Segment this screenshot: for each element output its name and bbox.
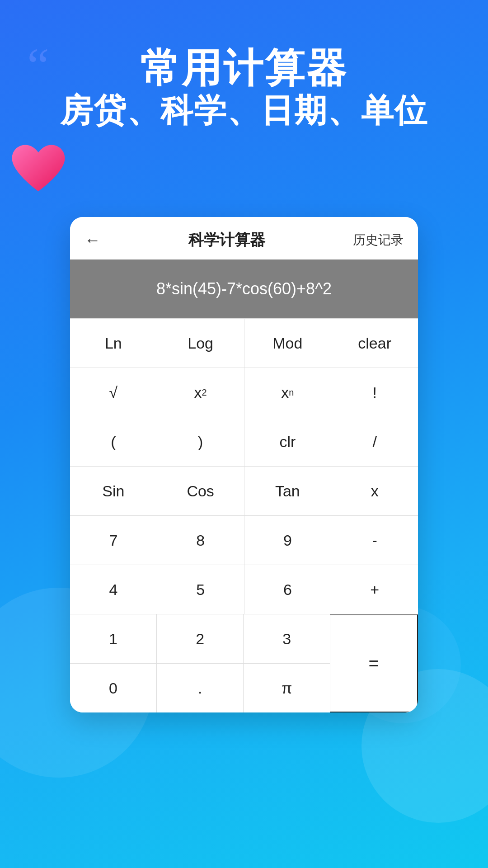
calc-bottom-left: 1 2 3 0 . π <box>70 614 330 712</box>
btn-sqrt[interactable]: √ <box>70 368 157 417</box>
button-row-6: 4 5 6 + <box>70 565 418 614</box>
btn-1[interactable]: 1 <box>70 614 157 663</box>
btn-xn[interactable]: xn <box>244 368 332 417</box>
button-row-8: 0 . π <box>70 663 330 712</box>
back-button[interactable]: ← <box>84 231 101 250</box>
calc-title: 科学计算器 <box>101 230 353 250</box>
btn-sin[interactable]: Sin <box>70 467 157 515</box>
button-row-4: Sin Cos Tan x <box>70 466 418 515</box>
btn-cos[interactable]: Cos <box>157 467 244 515</box>
button-row-5: 7 8 9 - <box>70 515 418 565</box>
btn-x2[interactable]: x2 <box>157 368 244 417</box>
btn-6[interactable]: 6 <box>244 565 332 614</box>
heart-decoration <box>9 140 68 199</box>
btn-2[interactable]: 2 <box>157 614 244 663</box>
button-row-3: ( ) clr / <box>70 417 418 466</box>
btn-5[interactable]: 5 <box>157 565 244 614</box>
title-line1: 常用计算器 <box>18 45 470 91</box>
btn-subtract[interactable]: - <box>331 516 418 565</box>
btn-factorial[interactable]: ! <box>331 368 418 417</box>
btn-mod[interactable]: Mod <box>244 319 332 368</box>
btn-4[interactable]: 4 <box>70 565 157 614</box>
btn-9[interactable]: 9 <box>244 516 332 565</box>
btn-equals[interactable]: = <box>330 614 418 712</box>
btn-0[interactable]: 0 <box>70 664 157 712</box>
btn-tan[interactable]: Tan <box>244 467 332 515</box>
btn-clear[interactable]: clear <box>331 319 418 368</box>
history-button[interactable]: 历史记录 <box>353 231 404 249</box>
calc-display: 8*sin(45)-7*cos(60)+8^2 <box>70 259 418 318</box>
button-row-2: √ x2 xn ! <box>70 368 418 417</box>
btn-divide[interactable]: / <box>331 417 418 466</box>
calc-expression: 8*sin(45)-7*cos(60)+8^2 <box>156 279 332 298</box>
btn-close-paren[interactable]: ) <box>157 417 244 466</box>
button-row-7: 1 2 3 <box>70 614 330 663</box>
title-line2: 房贷、科学、日期、单位 <box>18 91 470 130</box>
btn-clr[interactable]: clr <box>244 417 332 466</box>
btn-open-paren[interactable]: ( <box>70 417 157 466</box>
button-row-1: Ln Log Mod clear <box>70 318 418 368</box>
calc-buttons: Ln Log Mod clear √ x2 xn ! ( ) clr / Sin… <box>70 318 418 712</box>
btn-3[interactable]: 3 <box>244 614 330 663</box>
btn-8[interactable]: 8 <box>157 516 244 565</box>
header-area: 常用计算器 房贷、科学、日期、单位 <box>0 45 488 130</box>
calculator-card: ← 科学计算器 历史记录 8*sin(45)-7*cos(60)+8^2 Ln … <box>70 217 418 712</box>
calc-header: ← 科学计算器 历史记录 <box>70 217 418 259</box>
btn-add[interactable]: + <box>331 565 418 614</box>
calc-bottom: 1 2 3 0 . π = <box>70 614 418 712</box>
btn-multiply[interactable]: x <box>331 467 418 515</box>
btn-7[interactable]: 7 <box>70 516 157 565</box>
btn-dot[interactable]: . <box>157 664 244 712</box>
btn-log[interactable]: Log <box>157 319 244 368</box>
btn-ln[interactable]: Ln <box>70 319 157 368</box>
btn-pi[interactable]: π <box>244 664 330 712</box>
